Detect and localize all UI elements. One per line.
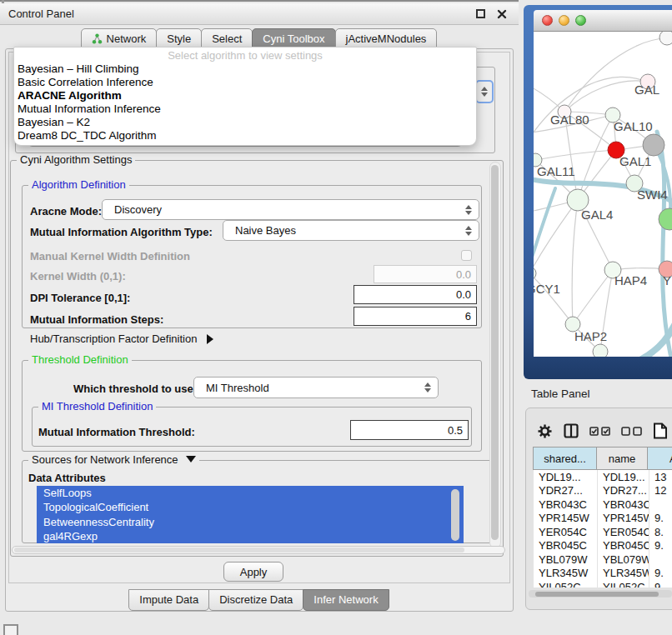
table-row[interactable]: YER054CYER054C8. — [534, 525, 672, 539]
table-cell[interactable]: YBL079W — [534, 552, 598, 567]
table-toolbar — [537, 419, 668, 442]
which-threshold-value: MI Threshold — [206, 382, 269, 394]
table-cell[interactable]: YDR27... — [598, 484, 649, 498]
list-scrollbar-thumb[interactable] — [451, 489, 459, 541]
data-attributes-label: Data Attributes — [28, 472, 106, 484]
network-node[interactable] — [659, 208, 672, 230]
gear-icon[interactable] — [537, 423, 553, 439]
data-attribute-item[interactable]: TopologicalCoefficient — [37, 500, 464, 514]
mi-type-label: Mutual Information Algorithm Type: — [30, 226, 213, 238]
algorithm-option[interactable]: Dream8 DC_TDC Algorithm — [14, 129, 476, 142]
tab-infer-network[interactable]: Infer Network — [303, 589, 389, 611]
table-row[interactable]: YIL052CYIL052C9 — [534, 580, 672, 588]
which-threshold-select[interactable]: MI Threshold — [193, 377, 439, 398]
table-cell[interactable]: YBR043C — [598, 498, 649, 512]
table-row[interactable]: YDR27...YDR27...12 — [534, 484, 672, 498]
settings-horizontal-scrollbar[interactable] — [12, 546, 505, 554]
settings-vertical-scrollbar[interactable] — [489, 162, 501, 548]
column-header-name[interactable]: name — [596, 447, 648, 470]
data-attribute-item[interactable]: BetweennessCentrality — [37, 515, 464, 529]
algorithm-option[interactable]: Basic Correlation Inference — [14, 76, 476, 89]
table-cell[interactable]: YBR043C — [534, 498, 598, 512]
float-icon[interactable] — [476, 9, 485, 18]
table-horizontal-scrollbar[interactable] — [529, 590, 672, 598]
algorithm-option[interactable]: Mutual Information Inference — [14, 102, 476, 116]
network-canvas-svg: GALGAL80GAL10GAL1GAL11SWI4GAL4GCY1HAP4YH… — [534, 32, 672, 357]
table-cell[interactable]: YBR045C — [598, 539, 649, 553]
close-traffic-light[interactable] — [542, 15, 553, 26]
import-table-icon[interactable] — [653, 422, 668, 439]
table-cell[interactable]: YIL052C — [598, 580, 649, 588]
algorithm-option[interactable]: ARACNE Algorithm — [14, 89, 476, 102]
table-row[interactable]: YPR145WYPR145W9. — [534, 512, 672, 526]
apply-button[interactable]: Apply — [223, 562, 283, 582]
column-header-shared-name[interactable]: shared... — [533, 447, 597, 470]
table-cell[interactable]: 9 — [649, 580, 672, 588]
network-canvas[interactable]: GALGAL80GAL10GAL1GAL11SWI4GAL4GCY1HAP4YH… — [534, 32, 672, 357]
scrollbar-thumb[interactable] — [535, 592, 659, 597]
deselect-all-icon[interactable] — [621, 427, 642, 436]
table-cell[interactable]: YER054C — [534, 525, 598, 539]
close-icon[interactable] — [497, 9, 507, 19]
select-all-icon[interactable] — [589, 427, 610, 436]
algorithm-option[interactable]: Bayesian – K2 — [14, 116, 476, 129]
table-cell[interactable]: YBL079W — [598, 552, 649, 567]
tab-impute-data[interactable]: Impute Data — [128, 589, 209, 611]
data-attribute-item[interactable]: SelfLoops — [37, 486, 464, 500]
mi-type-select[interactable]: Naive Bayes — [223, 220, 479, 241]
table-cell[interactable]: 8. — [649, 525, 672, 539]
network-node[interactable] — [643, 134, 664, 156]
scrollbar-thumb[interactable] — [14, 548, 464, 552]
network-window[interactable]: GALGAL80GAL10GAL1GAL11SWI4GAL4GCY1HAP4YH… — [524, 5, 672, 379]
table-cell[interactable]: YDL19... — [534, 470, 598, 484]
table-row[interactable]: YLR345WYLR345W9. — [534, 567, 672, 581]
table-body[interactable]: YDL19...YDL19...13YDR27...YDR27...12YBR0… — [534, 470, 672, 588]
table-cell[interactable]: 9. — [649, 567, 672, 581]
table-cell[interactable] — [649, 498, 672, 512]
kernel-width-field[interactable]: 0.0 — [374, 265, 477, 283]
table-row[interactable]: YDL19...YDL19...13 — [534, 470, 672, 484]
table-cell[interactable]: 9. — [649, 539, 672, 553]
sources-title-label: Sources for Network Inference — [32, 453, 178, 466]
data-attribute-item[interactable]: gal4RGexp — [37, 529, 464, 543]
network-window-titlebar[interactable] — [534, 10, 672, 32]
tab-discretize-data[interactable]: Discretize Data — [208, 589, 303, 611]
table-cell[interactable] — [649, 552, 672, 567]
table-cell[interactable]: YPR145W — [598, 512, 649, 526]
table-cell[interactable]: YLR345W — [598, 567, 649, 581]
table-cell[interactable]: YLR345W — [534, 567, 598, 581]
node-label: Y — [663, 273, 671, 288]
table-cell[interactable]: 9. — [649, 512, 672, 526]
dpi-tolerance-field[interactable]: 0.0 — [354, 285, 477, 304]
algorithm-option[interactable]: Bayesian – Hill Climbing — [14, 62, 476, 76]
tab-label: Discretize Data — [219, 593, 293, 606]
tab-label: Style — [167, 32, 191, 45]
minimized-panel-icon[interactable] — [3, 624, 18, 635]
network-node[interactable] — [659, 32, 672, 45]
column-header-partial[interactable]: A — [647, 447, 672, 470]
scrollbar-thumb[interactable] — [491, 165, 499, 540]
minimize-traffic-light[interactable] — [559, 15, 569, 26]
zoom-traffic-light[interactable] — [575, 15, 586, 26]
table-row[interactable]: YBL079WYBL079W — [534, 552, 672, 567]
table-cell[interactable]: 13 — [649, 470, 672, 484]
hub-transcription-expander[interactable]: Hub/Transcription Factor Definition — [30, 332, 213, 345]
table-row[interactable]: YBR045CYBR045C9. — [534, 539, 672, 553]
aracne-mode-select[interactable]: Discovery — [102, 199, 479, 220]
table-cell[interactable]: YER054C — [598, 525, 649, 539]
mi-steps-field[interactable]: 6 — [354, 307, 477, 326]
network-node[interactable] — [593, 344, 608, 357]
manual-kernel-checkbox[interactable] — [461, 250, 472, 261]
mi-threshold-field[interactable]: 0.5 — [350, 420, 469, 440]
table-cell[interactable]: YDL19... — [598, 470, 649, 484]
data-attributes-list[interactable]: SelfLoopsTopologicalCoefficientBetweenne… — [37, 486, 464, 543]
table-cell[interactable]: YIL052C — [534, 580, 598, 588]
table-cell[interactable]: YDR27... — [534, 484, 598, 498]
sources-group-title[interactable]: Sources for Network Inference — [28, 454, 199, 466]
table-cell[interactable]: YBR045C — [534, 539, 598, 553]
columns-icon[interactable] — [564, 423, 579, 438]
focused-combo-spinner[interactable] — [475, 80, 494, 103]
table-row[interactable]: YBR043CYBR043C — [534, 498, 672, 512]
table-cell[interactable]: YPR145W — [534, 512, 598, 526]
table-cell[interactable]: 12 — [649, 484, 672, 498]
